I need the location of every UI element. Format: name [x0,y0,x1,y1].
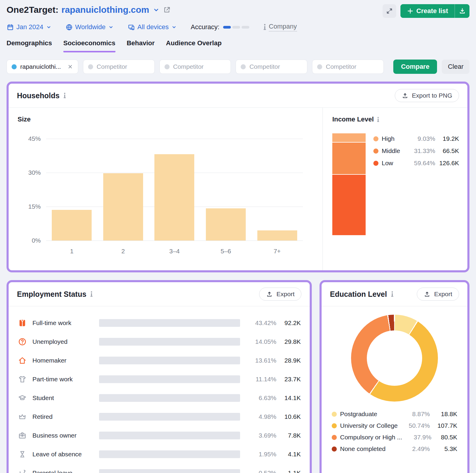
region-filter-label: Worldwide [75,23,106,31]
legend-percent: 37.9% [402,434,431,441]
legend-count: 19.2K [435,135,459,142]
create-list-group: Create list [400,4,469,18]
export-icon [424,291,430,298]
competitor-input-2[interactable]: Competitor [159,60,231,74]
legend-row-postgraduate: Postgraduate 8.87% 18.8K [332,410,457,418]
legend-dot-middle [373,149,378,154]
x-axis-label: 3–4 [149,248,200,255]
y-axis-tick: 30% [19,169,41,176]
employment-label: Unemployed [32,338,99,345]
employment-percent: 11.14% [243,376,276,383]
info-icon[interactable] [63,93,66,99]
bar-track [99,469,240,473]
competitor-placeholder: Competitor [173,63,226,70]
filter-bar: Jan 2024 Worldwide All devices Accura [7,23,469,32]
info-icon[interactable] [377,117,380,122]
bar-slot: 1 [46,139,98,241]
employment-row: Leave of absence 1.95% 4.1K [18,445,301,463]
legend-percent: 50.74% [399,422,430,429]
company-link[interactable]: Company [263,23,297,32]
devices-filter[interactable]: All devices [128,23,177,31]
crown-icon [18,412,27,421]
employment-percent: 14.05% [243,338,276,345]
export-icon [402,92,408,99]
tab-audience-overlap[interactable]: Audience Overlap [166,39,222,52]
graduation-cap-icon [18,394,27,402]
education-body: Postgraduate 8.87% 18.8K University or C… [322,306,467,473]
employment-export-button[interactable]: Export [259,288,301,301]
employment-count: 92.2K [276,319,301,327]
region-filter[interactable]: Worldwide [65,23,114,31]
education-level-title: Education Level [330,290,387,299]
download-icon [459,7,466,15]
expand-button[interactable] [383,4,396,18]
education-card-header: Education Level Export [322,282,467,306]
employment-row: Retired 4.98% 10.6K [18,407,301,426]
legend-count: 107.7K [430,422,457,429]
date-filter-label: Jan 2024 [16,23,43,31]
bar-track [99,413,240,421]
domain-dropdown[interactable]: rapanuiclothing.com [61,5,149,15]
bar-track [99,338,240,346]
legend-dot [332,412,337,417]
employment-row: Part-time work 11.14% 23.7K [18,370,301,388]
bar-track [99,450,240,458]
legend-label: University or College [340,422,399,429]
info-icon[interactable] [391,291,394,297]
competitor-input-4[interactable]: Competitor [312,60,384,74]
legend-percent: 8.87% [399,410,430,418]
competitor-placeholder: Competitor [97,63,150,70]
tab-behavior[interactable]: Behavior [127,39,155,52]
tab-demographics[interactable]: Demographics [7,39,52,52]
households-card: Households Export to PNG Size 45%30%15%0… [7,82,469,272]
create-list-button[interactable]: Create list [400,4,455,18]
competitor-dot-icon [88,64,93,69]
expand-icon [386,7,393,15]
size-bar [52,210,92,241]
bar-slot: 5–6 [200,139,252,241]
competitor-input-3[interactable]: Competitor [236,60,307,74]
bar-track [99,357,240,364]
size-bar [154,154,194,241]
legend-label: Middle [382,147,408,154]
shirt-icon [18,319,27,327]
employment-row: Parental leave 0.52% 1.1K [18,463,301,473]
close-icon[interactable] [67,64,73,70]
employment-percent: 6.63% [243,394,276,402]
clear-button[interactable]: Clear [442,60,469,74]
info-icon[interactable] [90,291,93,297]
report-title-prefix: One2Target: [7,5,58,15]
chevron-down-icon[interactable] [152,6,160,14]
competitor-input-1[interactable]: Competitor [83,60,155,74]
education-export-button[interactable]: Export [417,288,459,301]
main-domain-chip[interactable]: rapanuiclothi... [7,60,78,74]
compare-button[interactable]: Compare [393,60,437,74]
income-segment-low [332,175,366,236]
accuracy-pill-empty [232,26,240,29]
bar-track [99,375,240,383]
accuracy-pills [223,26,249,29]
y-axis-tick: 45% [19,135,41,142]
employment-label: Homemaker [32,357,99,364]
income-segment-high [332,133,366,143]
export-to-png-button[interactable]: Export to PNG [395,89,459,102]
households-body: Size 45%30%15%0%123–45–67+ Income Level [9,108,467,270]
employment-row: Homemaker 13.61% 28.9K [18,351,301,370]
tab-socioeconomics[interactable]: Socioeconomics [63,39,115,52]
globe-icon [65,24,73,31]
download-button[interactable] [455,4,469,18]
date-filter[interactable]: Jan 2024 [7,23,52,31]
legend-percent: 31.33% [408,147,435,154]
briefcase-icon [18,431,27,440]
income-level-stacked-bar [332,133,366,236]
legend-label: High [382,135,408,142]
employment-percent: 0.52% [243,469,276,473]
employment-percent: 4.98% [243,413,276,420]
stroller-icon [18,469,27,473]
employment-count: 7.8K [276,432,301,439]
top-bar: One2Target: rapanuiclothing.com Cr [7,4,469,18]
external-link-icon[interactable] [163,6,171,14]
export-to-png-label: Export to PNG [412,92,452,99]
legend-row-university: University or College 50.74% 107.7K [332,422,457,429]
company-link-label: Company [269,23,297,32]
